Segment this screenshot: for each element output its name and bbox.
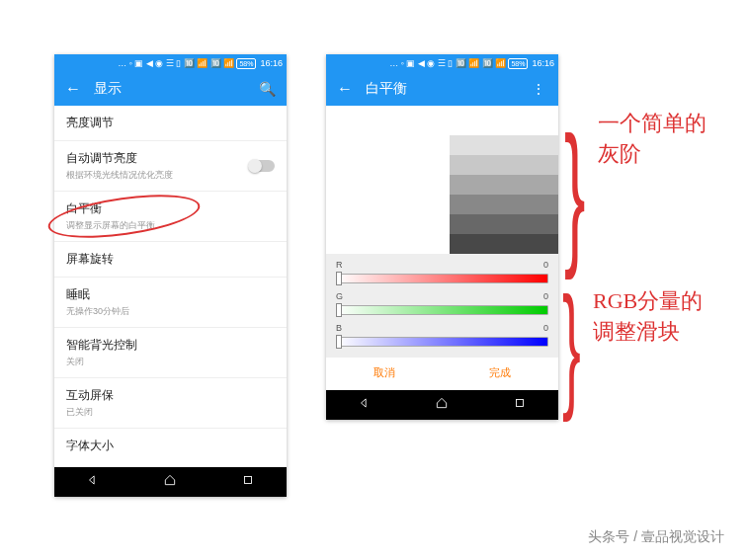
status-bar: … ◦ ▣ ◀ ◉ ☰ ▯ 🔟 📶 🔟 📶 58% 16:16 [54,54,287,72]
clock: 16:16 [532,58,554,68]
switch-auto-brightness[interactable] [249,160,275,172]
nav-home-icon[interactable] [163,473,177,491]
app-bar: ← 白平衡 ⋮ [326,72,558,106]
slider-knob[interactable] [336,272,342,285]
clock: 16:16 [260,58,283,68]
back-icon[interactable]: ← [64,80,82,98]
page-title: 白平衡 [366,80,529,98]
svg-rect-0 [244,477,251,484]
battery-indicator: 58% [508,58,528,69]
nav-back-icon[interactable] [358,396,372,414]
nav-bar [54,467,287,497]
item-brightness[interactable]: 亮度调节 [54,106,287,141]
item-sleep[interactable]: 睡眠 无操作30分钟后 [54,278,287,328]
gray-steps [450,135,558,254]
annotation-note-1: 一个简单的灰阶 [598,109,726,170]
back-icon[interactable]: ← [336,80,354,98]
phone-display-settings: … ◦ ▣ ◀ ◉ ☰ ▯ 🔟 📶 🔟 📶 58% 16:16 ← 显示 🔍 亮… [54,54,287,497]
status-bar: … ◦ ▣ ◀ ◉ ☰ ▯ 🔟 📶 🔟 📶 58% 16:16 [326,54,558,72]
item-smart-backlight[interactable]: 智能背光控制 关闭 [54,328,287,378]
item-font-size[interactable]: 字体大小 [54,429,287,467]
item-screensaver[interactable]: 互动屏保 已关闭 [54,378,287,429]
slider-knob[interactable] [336,303,342,317]
grayscale-preview [326,106,558,254]
done-button[interactable]: 完成 [489,365,511,380]
nav-bar [326,390,558,420]
item-white-balance[interactable]: 白平衡 调整显示屏幕的白平衡 [54,192,287,242]
cancel-button[interactable]: 取消 [374,365,395,380]
battery-indicator: 58% [236,58,256,69]
phone-white-balance: … ◦ ▣ ◀ ◉ ☰ ▯ 🔟 📶 🔟 📶 58% 16:16 ← 白平衡 ⋮ … [326,54,558,420]
slider-knob[interactable] [336,335,342,349]
slider-b[interactable]: B0 [336,323,548,349]
svg-rect-1 [516,400,523,407]
rgb-sliders: R0 G0 B0 [326,254,558,357]
item-rotation[interactable]: 屏幕旋转 [54,242,287,278]
item-auto-brightness[interactable]: 自动调节亮度 根据环境光线情况优化亮度 [54,141,287,192]
page-title: 显示 [94,80,257,98]
annotation-note-2: RGB分量的调整滑块 [593,286,721,348]
dialog-buttons: 取消 完成 [326,357,558,390]
nav-home-icon[interactable] [435,396,449,414]
menu-icon[interactable]: ⋮ [529,81,548,97]
nav-recent-icon[interactable] [241,473,255,491]
watermark: 头条号 / 壹品视觉设计 [588,528,724,546]
app-bar: ← 显示 🔍 [54,72,287,106]
brace-icon: } [562,277,581,415]
search-icon[interactable]: 🔍 [257,81,277,97]
slider-r[interactable]: R0 [336,260,548,285]
nav-recent-icon[interactable] [513,396,527,414]
settings-list: 亮度调节 自动调节亮度 根据环境光线情况优化亮度 白平衡 调整显示屏幕的白平衡 … [54,106,287,467]
slider-g[interactable]: G0 [336,291,548,317]
nav-back-icon[interactable] [86,473,100,491]
brace-icon: } [564,114,585,272]
